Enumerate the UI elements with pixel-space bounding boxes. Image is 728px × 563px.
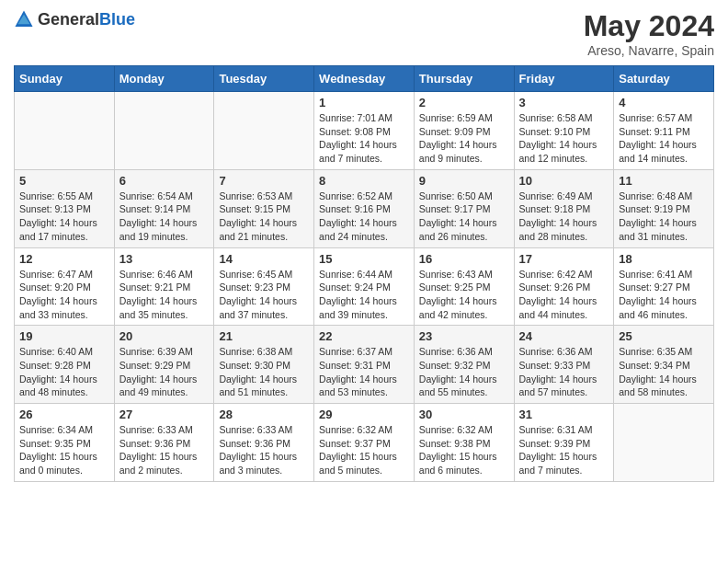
day-header-friday: Friday	[514, 66, 614, 92]
day-info: Sunrise: 6:41 AM Sunset: 9:27 PM Dayligh…	[619, 268, 709, 322]
day-info: Sunrise: 6:38 AM Sunset: 9:30 PM Dayligh…	[219, 345, 309, 399]
calendar-cell: 22Sunrise: 6:37 AM Sunset: 9:31 PM Dayli…	[314, 326, 415, 404]
calendar-cell: 28Sunrise: 6:33 AM Sunset: 9:36 PM Dayli…	[214, 404, 314, 482]
title-block: May 2024 Areso, Navarre, Spain	[584, 9, 714, 58]
day-info: Sunrise: 6:47 AM Sunset: 9:20 PM Dayligh…	[19, 268, 109, 322]
calendar-cell	[15, 92, 115, 170]
day-header-wednesday: Wednesday	[314, 66, 415, 92]
calendar-cell: 26Sunrise: 6:34 AM Sunset: 9:35 PM Dayli…	[15, 404, 115, 482]
day-number: 29	[319, 408, 409, 421]
day-info: Sunrise: 6:31 AM Sunset: 9:39 PM Dayligh…	[519, 423, 609, 477]
day-info: Sunrise: 6:37 AM Sunset: 9:31 PM Dayligh…	[319, 345, 409, 399]
day-number: 27	[119, 408, 210, 421]
day-number: 18	[619, 252, 709, 266]
day-info: Sunrise: 6:40 AM Sunset: 9:28 PM Dayligh…	[19, 345, 109, 399]
day-header-thursday: Thursday	[414, 66, 514, 92]
day-number: 8	[319, 174, 409, 188]
day-info: Sunrise: 6:32 AM Sunset: 9:37 PM Dayligh…	[319, 423, 409, 477]
week-row-2: 5Sunrise: 6:55 AM Sunset: 9:13 PM Daylig…	[15, 169, 714, 247]
logo: GeneralBlue	[14, 9, 135, 29]
calendar-cell: 1Sunrise: 7:01 AM Sunset: 9:08 PM Daylig…	[314, 92, 415, 170]
week-row-4: 19Sunrise: 6:40 AM Sunset: 9:28 PM Dayli…	[15, 326, 714, 404]
logo-blue: Blue	[99, 10, 135, 29]
day-number: 4	[619, 96, 709, 109]
day-number: 3	[519, 96, 609, 109]
day-info: Sunrise: 6:48 AM Sunset: 9:19 PM Dayligh…	[619, 190, 709, 244]
day-info: Sunrise: 6:50 AM Sunset: 9:17 PM Dayligh…	[419, 190, 509, 244]
calendar-cell: 15Sunrise: 6:44 AM Sunset: 9:24 PM Dayli…	[314, 247, 415, 326]
day-info: Sunrise: 6:49 AM Sunset: 9:18 PM Dayligh…	[519, 190, 609, 244]
day-number: 7	[219, 174, 309, 188]
day-number: 26	[19, 408, 109, 421]
day-info: Sunrise: 6:46 AM Sunset: 9:21 PM Dayligh…	[119, 268, 210, 322]
calendar-cell: 4Sunrise: 6:57 AM Sunset: 9:11 PM Daylig…	[614, 92, 714, 170]
day-header-tuesday: Tuesday	[214, 66, 314, 92]
day-info: Sunrise: 6:34 AM Sunset: 9:35 PM Dayligh…	[19, 423, 109, 477]
calendar-cell: 17Sunrise: 6:42 AM Sunset: 9:26 PM Dayli…	[514, 247, 614, 326]
day-number: 15	[319, 252, 409, 266]
calendar-table: SundayMondayTuesdayWednesdayThursdayFrid…	[14, 65, 714, 482]
day-info: Sunrise: 6:36 AM Sunset: 9:32 PM Dayligh…	[419, 345, 509, 399]
day-number: 22	[319, 329, 409, 343]
day-info: Sunrise: 6:43 AM Sunset: 9:25 PM Dayligh…	[419, 268, 509, 322]
day-info: Sunrise: 6:45 AM Sunset: 9:23 PM Dayligh…	[219, 268, 309, 322]
week-row-5: 26Sunrise: 6:34 AM Sunset: 9:35 PM Dayli…	[15, 404, 714, 482]
day-number: 2	[419, 96, 509, 109]
day-info: Sunrise: 6:59 AM Sunset: 9:09 PM Dayligh…	[419, 111, 509, 166]
calendar-cell: 8Sunrise: 6:52 AM Sunset: 9:16 PM Daylig…	[314, 169, 415, 247]
logo-text: GeneralBlue	[38, 10, 135, 29]
day-number: 6	[119, 174, 210, 188]
calendar-cell: 27Sunrise: 6:33 AM Sunset: 9:36 PM Dayli…	[114, 404, 214, 482]
day-number: 23	[419, 329, 509, 343]
logo-icon	[14, 9, 34, 29]
day-info: Sunrise: 7:01 AM Sunset: 9:08 PM Dayligh…	[319, 111, 409, 166]
calendar-cell: 25Sunrise: 6:35 AM Sunset: 9:34 PM Dayli…	[614, 326, 714, 404]
day-header-monday: Monday	[114, 66, 214, 92]
day-info: Sunrise: 6:55 AM Sunset: 9:13 PM Dayligh…	[19, 190, 109, 244]
day-info: Sunrise: 6:54 AM Sunset: 9:14 PM Dayligh…	[119, 190, 210, 244]
calendar-cell	[114, 92, 214, 170]
day-number: 25	[619, 329, 709, 343]
day-info: Sunrise: 6:53 AM Sunset: 9:15 PM Dayligh…	[219, 190, 309, 244]
day-number: 21	[219, 329, 309, 343]
calendar-cell: 30Sunrise: 6:32 AM Sunset: 9:38 PM Dayli…	[414, 404, 514, 482]
day-header-sunday: Sunday	[15, 66, 115, 92]
day-info: Sunrise: 6:39 AM Sunset: 9:29 PM Dayligh…	[119, 345, 210, 399]
calendar-cell: 9Sunrise: 6:50 AM Sunset: 9:17 PM Daylig…	[414, 169, 514, 247]
day-number: 30	[419, 408, 509, 421]
calendar-cell: 19Sunrise: 6:40 AM Sunset: 9:28 PM Dayli…	[15, 326, 115, 404]
day-info: Sunrise: 6:44 AM Sunset: 9:24 PM Dayligh…	[319, 268, 409, 322]
calendar-cell	[214, 92, 314, 170]
day-number: 13	[119, 252, 210, 266]
calendar-cell: 10Sunrise: 6:49 AM Sunset: 9:18 PM Dayli…	[514, 169, 614, 247]
calendar-cell: 12Sunrise: 6:47 AM Sunset: 9:20 PM Dayli…	[15, 247, 115, 326]
day-info: Sunrise: 6:42 AM Sunset: 9:26 PM Dayligh…	[519, 268, 609, 322]
day-number: 31	[519, 408, 609, 421]
day-info: Sunrise: 6:58 AM Sunset: 9:10 PM Dayligh…	[519, 111, 609, 166]
day-number: 11	[619, 174, 709, 188]
day-info: Sunrise: 6:32 AM Sunset: 9:38 PM Dayligh…	[419, 423, 509, 477]
day-number: 28	[219, 408, 309, 421]
calendar-cell: 23Sunrise: 6:36 AM Sunset: 9:32 PM Dayli…	[414, 326, 514, 404]
calendar-cell: 11Sunrise: 6:48 AM Sunset: 9:19 PM Dayli…	[614, 169, 714, 247]
page-header: GeneralBlue May 2024 Areso, Navarre, Spa…	[14, 9, 714, 58]
day-info: Sunrise: 6:52 AM Sunset: 9:16 PM Dayligh…	[319, 190, 409, 244]
logo-general: General	[38, 10, 99, 29]
week-row-1: 1Sunrise: 7:01 AM Sunset: 9:08 PM Daylig…	[15, 92, 714, 170]
calendar-cell: 20Sunrise: 6:39 AM Sunset: 9:29 PM Dayli…	[114, 326, 214, 404]
day-number: 9	[419, 174, 509, 188]
calendar-cell: 6Sunrise: 6:54 AM Sunset: 9:14 PM Daylig…	[114, 169, 214, 247]
day-number: 16	[419, 252, 509, 266]
day-number: 1	[319, 96, 409, 109]
day-info: Sunrise: 6:57 AM Sunset: 9:11 PM Dayligh…	[619, 111, 709, 166]
calendar-cell: 2Sunrise: 6:59 AM Sunset: 9:09 PM Daylig…	[414, 92, 514, 170]
day-number: 19	[19, 329, 109, 343]
day-number: 17	[519, 252, 609, 266]
day-info: Sunrise: 6:33 AM Sunset: 9:36 PM Dayligh…	[119, 423, 210, 477]
location: Areso, Navarre, Spain	[584, 43, 714, 58]
calendar-cell: 16Sunrise: 6:43 AM Sunset: 9:25 PM Dayli…	[414, 247, 514, 326]
calendar-cell: 31Sunrise: 6:31 AM Sunset: 9:39 PM Dayli…	[514, 404, 614, 482]
calendar-cell: 29Sunrise: 6:32 AM Sunset: 9:37 PM Dayli…	[314, 404, 415, 482]
day-number: 20	[119, 329, 210, 343]
calendar-cell: 13Sunrise: 6:46 AM Sunset: 9:21 PM Dayli…	[114, 247, 214, 326]
